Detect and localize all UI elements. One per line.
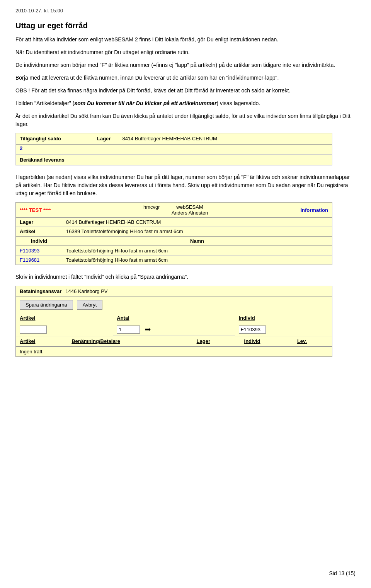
system-info: hmcvgr webSESAM Anders Alnesten (143, 204, 208, 216)
save-button[interactable]: Spara ändringarna (20, 300, 73, 310)
paragraph-9: Skriv in individnumret i fältet "Individ… (15, 273, 356, 281)
button-row: Spara ändringarna Avbryt (16, 297, 332, 313)
information-link[interactable]: Information (300, 207, 328, 213)
individ-form-header: Individ (235, 313, 332, 323)
betalningsansvar-label: Betalningsansvar (20, 288, 61, 294)
user-name: Anders Alnesten (172, 210, 208, 216)
paragraph-2: När Du identifierat ett individnummer gö… (15, 48, 356, 56)
arrow-icon: ➡ (143, 325, 153, 334)
lager-right-value: 8414 Buffertlager HEMREHAB CENTRUM (118, 136, 328, 141)
lager-right-label: Lager (97, 136, 111, 141)
individ-header-row: Individ Namn (16, 236, 332, 246)
page-header: 2010-10-27, kl. 15:00 (15, 8, 356, 14)
lager-label: Lager (16, 218, 62, 227)
result-table: Artikel Benämning/Betalare Lager Individ… (16, 336, 332, 356)
result-lev-header: Lev. (293, 336, 332, 346)
artikel-input[interactable] (20, 326, 47, 334)
result-empty-row: Ingen träff. (16, 346, 332, 356)
namn-col-header: Namn (62, 236, 332, 246)
individ-row-2: F119681 Toalettstolsförhöjning Hi-loo fa… (16, 256, 332, 265)
paragraph-6: I bilden "Artikeldetaljer" (som Du komme… (15, 99, 356, 107)
artikel-input-cell (16, 323, 113, 336)
websesam-header: **** TEST **** hmcvgr webSESAM Anders Al… (16, 203, 332, 218)
individ-link-1[interactable]: F110393 (20, 248, 39, 254)
cancel-button[interactable]: Avbryt (77, 300, 103, 310)
antal-input-cell: ➡ (113, 323, 235, 336)
individ-link-2[interactable]: F119681 (20, 257, 39, 263)
system-name: hmcvgr (143, 204, 160, 216)
page-number: Sid 13 (15) (329, 570, 356, 576)
saldo-label: Tillgängligt saldo (16, 133, 93, 144)
result-artikel-header: Artikel (16, 336, 68, 346)
paragraph-8: I lagerbilden (se nedan) visas vilka ind… (15, 173, 356, 198)
saldo-value-link[interactable]: 2 (20, 145, 22, 151)
paragraph-4: Börja med att leverera ut de fiktiva num… (15, 74, 356, 82)
form-header-row: Artikel Antal Individ (16, 313, 332, 323)
form-table: Artikel Antal Individ ➡ (16, 313, 332, 336)
app-name: webSESAM (172, 204, 208, 210)
result-empty-cell: Ingen träff. (16, 346, 332, 356)
article-saldo-value-row: 2 (16, 145, 332, 155)
artikel-value: 16389 Toalettstolsförhöjning Hi-loo fast… (62, 227, 332, 237)
form-input-row: ➡ (16, 323, 332, 336)
result-benamning-header: Benämning/Betalare (68, 336, 192, 346)
date-time: 2010-10-27, kl. 15:00 (15, 8, 63, 14)
user-info: webSESAM Anders Alnesten (172, 204, 208, 216)
article-saldo-row: Tillgängligt saldo Lager 8414 Buffertlag… (16, 133, 332, 145)
individ-namn-2: Toalettstolsförhöjning Hi-loo fast m arm… (62, 256, 332, 265)
paragraph-1: För att hitta vilka individer som enligt… (15, 36, 356, 44)
lager-value: 8414 Buffertlager HEMREHAB CENTRUM (62, 218, 332, 227)
lager-row: Lager 8414 Buffertlager HEMREHAB CENTRUM (16, 218, 332, 227)
individ-col-header: Individ (16, 236, 62, 246)
artikel-row: Artikel 16389 Toalettstolsförhöjning Hi-… (16, 227, 332, 237)
individ-namn-1: Toalettstolsförhöjning Hi-loo fast m arm… (62, 246, 332, 256)
websesam-block: **** TEST **** hmcvgr webSESAM Anders Al… (15, 202, 332, 265)
result-individ-header: Individ (240, 336, 293, 346)
result-header-row: Artikel Benämning/Betalare Lager Individ… (16, 336, 332, 346)
individ-input[interactable] (239, 326, 266, 334)
antal-form-header: Antal (113, 313, 235, 323)
reg-header: Betalningsansvar 1446 Karlsborg PV (16, 286, 332, 297)
artikel-form-header: Artikel (16, 313, 113, 323)
paragraph-obs: OBS ! För att det ska finnas några indiv… (15, 87, 356, 95)
article-details-block: Tillgängligt saldo Lager 8414 Buffertlag… (15, 133, 332, 165)
article-leverans-row: Beräknad leverans (16, 155, 332, 165)
paragraph-7: Är det en individartikel Du sökt fram ka… (15, 112, 356, 128)
result-lager-header: Lager (193, 336, 240, 346)
page-title: Uttag ur eget förråd (15, 21, 356, 30)
page-footer: Sid 13 (15) (329, 570, 356, 576)
websesam-info-table: Lager 8414 Buffertlager HEMREHAB CENTRUM… (16, 218, 332, 265)
test-label: **** TEST **** (20, 207, 51, 213)
reg-block: Betalningsansvar 1446 Karlsborg PV Spara… (15, 286, 332, 357)
antal-input[interactable] (117, 326, 140, 334)
individ-row-1: F110393 Toalettstolsförhöjning Hi-loo fa… (16, 246, 332, 256)
leverans-label: Beräknad leverans (16, 155, 93, 165)
paragraph-3: De individnummer som börjar med "F" är f… (15, 61, 356, 69)
individ-input-cell (235, 323, 332, 336)
artikel-label: Artikel (16, 227, 62, 237)
betalningsansvar-value: 1446 Karlsborg PV (65, 288, 107, 294)
